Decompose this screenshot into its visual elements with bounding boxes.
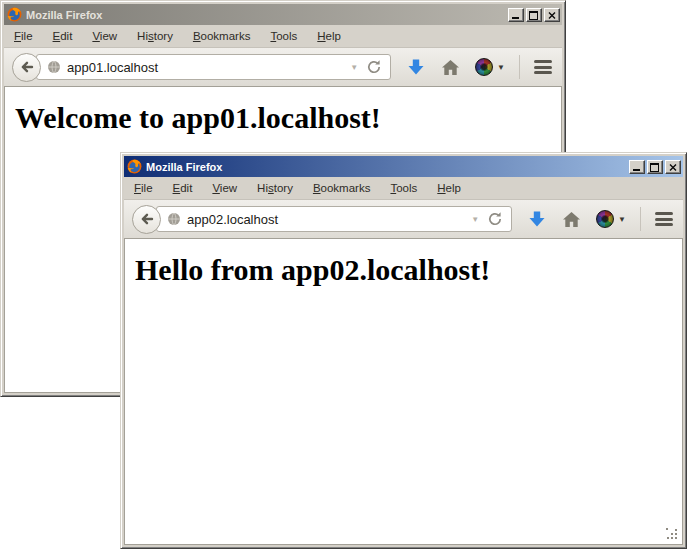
navigation-toolbar: app01.localhost ▼ ▼ (4, 47, 562, 86)
addon-colorwheel-button[interactable]: ▼ (596, 210, 626, 228)
hamburger-menu-icon (534, 60, 552, 63)
minimize-button[interactable] (629, 160, 645, 174)
reload-icon (366, 59, 382, 75)
url-value: app02.localhost (187, 212, 465, 227)
desktop: Mozilla Firefox File Edit View History B… (0, 0, 688, 551)
page-heading: Hello from app02.localhost! (135, 253, 682, 287)
close-button[interactable] (665, 160, 681, 174)
close-icon (548, 12, 556, 19)
firefox-logo-icon[interactable] (127, 159, 142, 174)
resize-grip[interactable] (666, 528, 679, 541)
menu-view[interactable]: View (85, 28, 124, 44)
menu-help[interactable]: Help (310, 28, 348, 44)
home-icon (441, 59, 460, 76)
reload-button[interactable] (364, 59, 384, 75)
urlbar-dropdown-icon[interactable]: ▼ (344, 63, 364, 72)
menu-bar: File Edit View History Bookmarks Tools H… (124, 177, 683, 199)
menu-edit[interactable]: Edit (46, 28, 80, 44)
globe-icon (47, 60, 61, 74)
menu-bookmarks[interactable]: Bookmarks (306, 180, 378, 196)
close-icon (669, 164, 677, 171)
download-icon (527, 209, 547, 229)
navigation-toolbar: app02.localhost ▼ ▼ (124, 199, 683, 238)
downloads-button[interactable] (406, 57, 426, 77)
close-button[interactable] (544, 8, 560, 22)
maximize-button[interactable] (647, 160, 663, 174)
toolbar-separator (640, 207, 641, 231)
maximize-button[interactable] (526, 8, 542, 22)
back-button[interactable] (132, 205, 161, 234)
home-button[interactable] (562, 211, 581, 228)
colorwheel-addon-icon (475, 58, 493, 76)
reload-button[interactable] (485, 211, 505, 227)
menu-file[interactable]: File (7, 28, 40, 44)
menu-history[interactable]: History (250, 180, 300, 196)
back-icon (139, 211, 155, 227)
menu-help[interactable]: Help (430, 180, 468, 196)
firefox-logo-icon[interactable] (7, 7, 22, 22)
menu-history[interactable]: History (130, 28, 180, 44)
menu-tools[interactable]: Tools (383, 180, 424, 196)
page-heading: Welcome to app01.localhost! (15, 101, 561, 135)
menu-view[interactable]: View (205, 180, 244, 196)
urlbar-dropdown-icon[interactable]: ▼ (465, 215, 485, 224)
back-button[interactable] (12, 53, 41, 82)
colorwheel-addon-icon (596, 210, 614, 228)
menu-file[interactable]: File (127, 180, 160, 196)
menu-edit[interactable]: Edit (166, 180, 200, 196)
hamburger-menu-button[interactable] (653, 206, 675, 233)
hamburger-menu-icon (655, 212, 673, 215)
url-value: app01.localhost (67, 60, 344, 75)
toolbar-separator (519, 55, 520, 79)
dropdown-caret-icon: ▼ (497, 63, 505, 72)
home-button[interactable] (441, 59, 460, 76)
home-icon (562, 211, 581, 228)
download-icon (406, 57, 426, 77)
hamburger-menu-button[interactable] (532, 54, 554, 81)
back-icon (19, 59, 35, 75)
url-bar[interactable]: app01.localhost ▼ (36, 54, 391, 80)
titlebar[interactable]: Mozilla Firefox (4, 4, 562, 25)
menu-tools[interactable]: Tools (263, 28, 304, 44)
addon-colorwheel-button[interactable]: ▼ (475, 58, 505, 76)
titlebar[interactable]: Mozilla Firefox (124, 156, 683, 177)
firefox-window-app02: Mozilla Firefox File Edit View History B… (120, 152, 687, 549)
page-content: Hello from app02.localhost! (124, 238, 683, 545)
window-title: Mozilla Firefox (26, 9, 508, 21)
menu-bar: File Edit View History Bookmarks Tools H… (4, 25, 562, 47)
globe-icon (167, 212, 181, 226)
window-title: Mozilla Firefox (146, 161, 629, 173)
dropdown-caret-icon: ▼ (618, 215, 626, 224)
reload-icon (487, 211, 503, 227)
minimize-button[interactable] (508, 8, 524, 22)
url-bar[interactable]: app02.localhost ▼ (156, 206, 512, 232)
menu-bookmarks[interactable]: Bookmarks (186, 28, 258, 44)
downloads-button[interactable] (527, 209, 547, 229)
